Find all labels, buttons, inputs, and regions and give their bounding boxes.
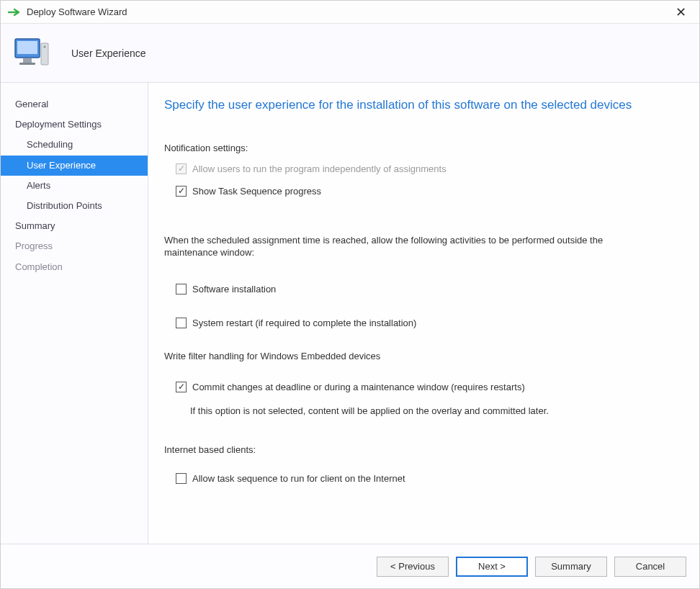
sidebar-item-distribution-points[interactable]: Distribution Points xyxy=(1,196,148,216)
checkbox-row-show-progress[interactable]: ✓ Show Task Sequence progress xyxy=(176,186,679,197)
checkbox-allow-internet-label: Allow task sequence to run for client on… xyxy=(192,473,405,484)
sidebar-item-progress[interactable]: Progress xyxy=(1,236,148,256)
checkbox-row-software-installation[interactable]: Software installation xyxy=(176,284,679,294)
checkbox-commit-changes-label: Commit changes at deadline or during a m… xyxy=(192,382,525,392)
checkbox-system-restart[interactable] xyxy=(176,318,187,328)
section-notification: Notification settings: ✓ Allow users to … xyxy=(164,138,679,208)
window-title: Deploy Software Wizard xyxy=(27,6,670,17)
checkbox-show-progress[interactable]: ✓ xyxy=(176,186,187,197)
wizard-window: Deploy Software Wizard ✕ User Experience… xyxy=(0,0,700,589)
checkbox-show-progress-label: Show Task Sequence progress xyxy=(192,186,321,197)
summary-button[interactable]: Summary xyxy=(535,557,607,577)
next-button[interactable]: Next > xyxy=(456,557,528,577)
checkbox-allow-internet[interactable] xyxy=(176,473,187,484)
sidebar-item-user-experience[interactable]: User Experience xyxy=(1,156,148,176)
wizard-footer: < Previous Next > Summary Cancel xyxy=(1,544,699,588)
checkbox-allow-independent: ✓ xyxy=(176,163,187,174)
previous-button[interactable]: < Previous xyxy=(377,557,449,577)
svg-rect-3 xyxy=(19,63,35,65)
notification-label: Notification settings: xyxy=(164,143,679,153)
checkbox-commit-changes[interactable]: ✓ xyxy=(176,382,187,392)
svg-rect-2 xyxy=(23,58,32,63)
page-heading: Specify the user experience for the inst… xyxy=(164,97,668,114)
page-title: User Experience xyxy=(71,48,146,59)
sidebar-item-completion[interactable]: Completion xyxy=(1,257,148,277)
wizard-content: Specify the user experience for the inst… xyxy=(148,83,699,544)
checkbox-allow-independent-label: Allow users to run the program independe… xyxy=(192,163,447,174)
svg-point-5 xyxy=(44,45,46,48)
wizard-sidebar: General Deployment Settings Scheduling U… xyxy=(1,83,148,544)
checkbox-software-installation-label: Software installation xyxy=(192,284,276,294)
maintenance-paragraph: When the scheduled assignment time is re… xyxy=(164,234,654,259)
write-filter-hint: If this option is not selected, content … xyxy=(190,405,651,416)
close-icon[interactable]: ✕ xyxy=(670,3,692,22)
sidebar-item-deployment-settings[interactable]: Deployment Settings xyxy=(1,114,148,135)
wizard-body: General Deployment Settings Scheduling U… xyxy=(1,83,699,544)
checkbox-row-system-restart[interactable]: System restart (if required to complete … xyxy=(176,318,679,328)
sidebar-item-general[interactable]: General xyxy=(1,94,148,114)
wizard-header: User Experience xyxy=(1,24,699,83)
computer-monitor-icon xyxy=(14,33,54,73)
titlebar: Deploy Software Wizard ✕ xyxy=(1,1,699,24)
checkbox-software-installation[interactable] xyxy=(176,284,187,294)
sidebar-item-scheduling[interactable]: Scheduling xyxy=(1,135,148,155)
cancel-button[interactable]: Cancel xyxy=(614,557,686,577)
checkbox-row-allow-internet[interactable]: Allow task sequence to run for client on… xyxy=(176,473,679,484)
sidebar-item-alerts[interactable]: Alerts xyxy=(1,176,148,196)
write-filter-label: Write filter handling for Windows Embedd… xyxy=(164,350,654,363)
deploy-arrow-icon xyxy=(8,7,21,17)
checkbox-row-commit-changes[interactable]: ✓ Commit changes at deadline or during a… xyxy=(176,382,679,392)
svg-rect-1 xyxy=(17,41,37,54)
checkbox-row-allow-independent: ✓ Allow users to run the program indepen… xyxy=(176,163,679,174)
sidebar-item-summary[interactable]: Summary xyxy=(1,216,148,236)
internet-label: Internet based clients: xyxy=(164,444,654,457)
checkbox-system-restart-label: System restart (if required to complete … xyxy=(192,318,416,328)
